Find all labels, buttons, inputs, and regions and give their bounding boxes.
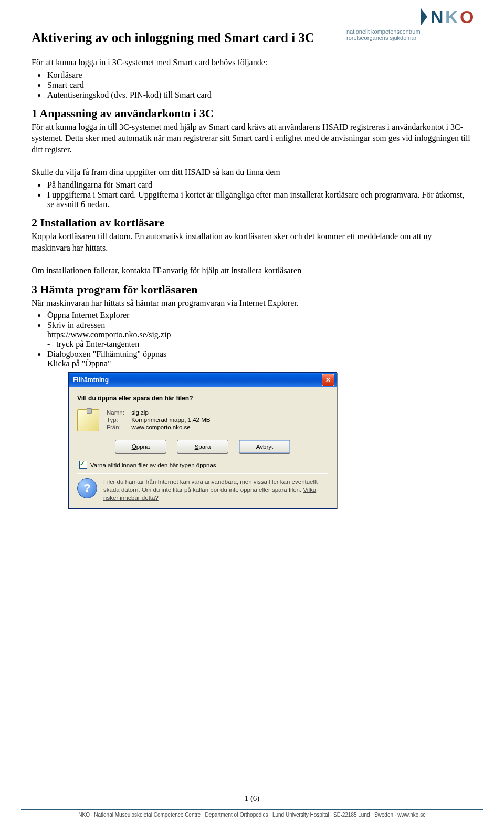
zip-folder-icon (77, 409, 99, 431)
section-2-p1: Koppla kortläsaren till datorn. En autom… (32, 231, 472, 253)
save-button[interactable]: Spara (177, 440, 228, 454)
logo-mark-icon: N K O (420, 6, 483, 27)
info-text: Filer du hämtar från Internet kan vara a… (103, 479, 318, 493)
name-label: Namn: (107, 409, 130, 416)
dialog-titlebar: Filhämtning ✕ (69, 373, 337, 387)
dialog-title: Filhämtning (73, 376, 109, 384)
section-2-heading: 2 Installation av kortläsare (32, 216, 472, 230)
section-3-p1: När maskinvaran har hittats så hämtar ma… (32, 297, 472, 309)
document-page: N K O nationellt kompetenscentrum rörels… (0, 0, 504, 824)
question-icon: ? (77, 478, 97, 498)
checkbox-icon (79, 461, 87, 469)
always-warn-checkbox[interactable]: Varna alltid innan filer av den här type… (79, 461, 328, 469)
list-item: Skriv in adressen https://www.comporto.n… (46, 321, 472, 349)
svg-text:O: O (460, 7, 474, 27)
logo: N K O nationellt kompetenscentrum rörels… (346, 6, 483, 41)
list-item-label: Dialogboxen "Filhämtning" öppnas (47, 349, 166, 358)
file-from: www.comporto.nko.se (131, 424, 191, 430)
svg-text:K: K (445, 7, 458, 27)
file-type: Komprimerad mapp, 1,42 MB (131, 417, 210, 423)
section-2-p2: Om installationen fallerar, kontakta IT-… (32, 265, 472, 276)
info-panel: ? Filer du hämtar från Internet kan vara… (77, 478, 328, 502)
list-item: Kortläsare (46, 70, 472, 80)
list-item-label: Skriv in adressen (47, 321, 105, 329)
intro-text: För att kunna logga in i 3C-systemet med… (32, 57, 472, 68)
intro-list: Kortläsare Smart card Autentiseringskod … (32, 70, 472, 100)
section-1-heading: 1 Anpassning av användarkonto i 3C (32, 107, 472, 120)
file-name: sig.zip (131, 409, 149, 416)
list-item: Autentiseringskod (dvs. PIN-kod) till Sm… (46, 90, 472, 100)
close-button[interactable]: ✕ (322, 374, 334, 386)
file-download-dialog: Filhämtning ✕ Vill du öppna eller spara … (68, 372, 337, 509)
section-1-p2: Skulle du vilja få fram dina uppgifter o… (32, 167, 472, 178)
section-1-list: På handlingarna för Smart card I uppgift… (32, 180, 472, 210)
page-number: 1 (6) (0, 794, 504, 803)
separator (77, 473, 328, 474)
svg-marker-0 (421, 8, 427, 25)
list-item: På handlingarna för Smart card (46, 180, 472, 190)
list-item-sub: Klicka på "Öppna" (47, 359, 472, 368)
dialog-question: Vill du öppna eller spara den här filen? (77, 395, 328, 402)
list-item: Smart card (46, 80, 472, 90)
footer-text: NKO · National Musculoskeletal Competenc… (21, 809, 483, 818)
sub-instruction: - tryck på Enter-tangenten (47, 339, 472, 349)
list-item: Dialogboxen "Filhämtning" öppnas Klicka … (46, 349, 472, 369)
open-button[interactable]: Öppna (115, 440, 166, 454)
logo-tagline-1: nationellt kompetenscentrum (346, 28, 421, 35)
section-3-list: Öppna Internet Explorer Skriv in adresse… (32, 311, 472, 369)
from-label: Från: (107, 424, 130, 430)
type-label: Typ: (107, 417, 130, 423)
svg-text:N: N (430, 7, 444, 27)
section-3-heading: 3 Hämta program för kortläsaren (32, 283, 472, 296)
file-meta: Namn: sig.zip Typ: Komprimerad mapp, 1,4… (107, 409, 210, 431)
logo-tagline-2: rörelseorganens sjukdomar (346, 35, 416, 41)
list-item: I uppgifterna i Smart card. Uppgifterna … (46, 190, 472, 210)
url-text: https://www.comporto.nko.se/sig.zip (47, 330, 472, 339)
section-1-p1: För att kunna logga in till 3C-systemet … (32, 121, 472, 156)
close-icon: ✕ (326, 376, 331, 384)
cancel-button[interactable]: Avbryt (239, 440, 290, 454)
list-item: Öppna Internet Explorer (46, 311, 472, 321)
